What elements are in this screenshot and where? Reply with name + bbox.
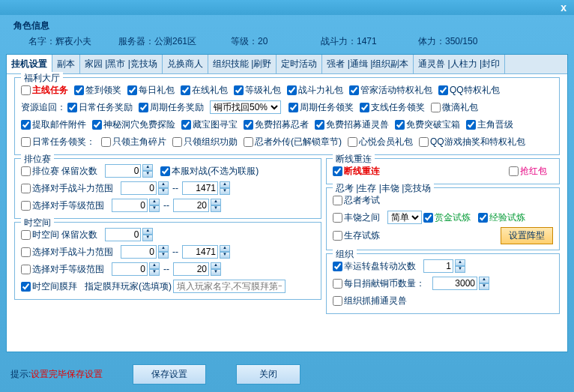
- spin-up-icon[interactable]: ▲: [149, 262, 160, 269]
- spin-up-icon[interactable]: ▲: [142, 228, 153, 235]
- cb-power-gift[interactable]: [287, 85, 297, 95]
- save-button[interactable]: 保存设置: [133, 364, 206, 385]
- cb-worship[interactable]: [21, 282, 31, 292]
- cb-sign[interactable]: [74, 85, 84, 95]
- formation-button[interactable]: 设置阵型: [501, 227, 553, 244]
- tab-beast[interactable]: 通灵兽 |人柱力 |封印: [414, 55, 505, 73]
- cb-capture[interactable]: [333, 296, 342, 306]
- cb-free-box[interactable]: [395, 120, 405, 130]
- time-level-max[interactable]: [173, 262, 209, 276]
- spin-up-icon[interactable]: ▲: [220, 245, 230, 252]
- coin-recover-select[interactable]: 铜币找回50%: [210, 100, 281, 114]
- cb-time-power[interactable]: [21, 247, 31, 257]
- spin-up-icon[interactable]: ▲: [142, 164, 153, 171]
- spin-down-icon[interactable]: ▼: [142, 235, 153, 241]
- spin-down-icon[interactable]: ▼: [149, 205, 160, 212]
- cb-daily-award[interactable]: [21, 137, 31, 147]
- cb-fengrao[interactable]: [333, 213, 342, 223]
- time-power-min[interactable]: [121, 245, 157, 259]
- lbl-daily-gift: 每日礼包: [139, 84, 175, 97]
- cb-branch-award[interactable]: [360, 103, 369, 112]
- rank-level-max[interactable]: [173, 199, 209, 212]
- cb-xinyue[interactable]: [348, 137, 357, 147]
- cb-survive[interactable]: [333, 231, 342, 241]
- cb-exp[interactable]: [478, 213, 488, 223]
- spin-up-icon[interactable]: ▲: [158, 181, 169, 188]
- cb-donate[interactable]: [333, 279, 342, 289]
- rank-level-min[interactable]: [112, 199, 148, 212]
- cb-reconnect[interactable]: [333, 166, 342, 176]
- cb-wheel[interactable]: [333, 262, 342, 271]
- lbl-bounty: 赏金试炼: [435, 211, 471, 224]
- cb-qq-gift[interactable]: [438, 85, 448, 95]
- rank-keep-input[interactable]: [105, 164, 141, 178]
- spin-up-icon[interactable]: ▲: [211, 262, 221, 269]
- cb-time-level[interactable]: [21, 265, 31, 274]
- cb-lead-frag[interactable]: [101, 137, 111, 147]
- cb-time-keep[interactable]: [21, 230, 31, 240]
- cb-local-server[interactable]: [160, 166, 170, 176]
- cb-daily-gift[interactable]: [127, 85, 137, 95]
- spin-down-icon[interactable]: ▼: [142, 171, 153, 178]
- close-button[interactable]: 关闭: [236, 364, 300, 385]
- tab-timed[interactable]: 定时活动: [277, 55, 322, 73]
- cb-gaiden[interactable]: [244, 137, 253, 147]
- wheel-input[interactable]: [423, 259, 453, 273]
- tab-home[interactable]: 家园 |黑市 |竞技场: [80, 55, 163, 73]
- tab-org-skill[interactable]: 组织技能 |刷野: [208, 55, 277, 73]
- time-power-max[interactable]: [182, 245, 218, 259]
- spin-up-icon[interactable]: ▲: [149, 199, 160, 205]
- cb-mail[interactable]: [21, 120, 31, 130]
- cb-online-gift[interactable]: [181, 85, 190, 95]
- cb-redpacket[interactable]: [509, 166, 519, 176]
- close-icon[interactable]: x: [561, 1, 567, 13]
- fengrao-select[interactable]: 简单: [387, 211, 422, 224]
- spin-up-icon[interactable]: ▲: [455, 259, 465, 266]
- cb-lead-up[interactable]: [466, 120, 476, 130]
- lbl-time-power: 选择对手战斗力范围: [32, 246, 113, 259]
- spin-down-icon[interactable]: ▼: [211, 205, 221, 212]
- cb-rank-level[interactable]: [21, 201, 31, 211]
- cb-free-ninja[interactable]: [244, 120, 253, 130]
- cb-exam[interactable]: [333, 196, 342, 205]
- cb-cave[interactable]: [92, 120, 102, 130]
- rank-power-min[interactable]: [121, 181, 157, 195]
- spin-down-icon[interactable]: ▼: [220, 188, 230, 195]
- worship-input[interactable]: [173, 280, 286, 293]
- cb-level-gift[interactable]: [234, 85, 244, 95]
- cb-daily-reward[interactable]: [67, 103, 77, 112]
- lbl-power-gift: 战斗力礼包: [298, 84, 343, 97]
- spin-down-icon[interactable]: ▼: [158, 188, 169, 195]
- spin-up-icon[interactable]: ▲: [220, 181, 230, 188]
- tab-strong[interactable]: 强者 |通缉 |组织副本: [322, 55, 414, 73]
- cb-butler-gift[interactable]: [349, 85, 359, 95]
- cb-weekly-award[interactable]: [288, 103, 298, 112]
- cb-rank-keep[interactable]: [21, 166, 31, 176]
- cb-bounty[interactable]: [423, 213, 433, 223]
- cb-qq-lottery[interactable]: [419, 137, 429, 147]
- spin-down-icon[interactable]: ▼: [158, 252, 169, 259]
- spin-up-icon[interactable]: ▲: [158, 245, 169, 252]
- cb-treasure[interactable]: [181, 120, 191, 130]
- rank-power-max[interactable]: [182, 181, 218, 195]
- cb-org-merit[interactable]: [172, 137, 182, 147]
- cb-free-beast[interactable]: [315, 120, 324, 130]
- cb-wechat-gift[interactable]: [431, 103, 441, 112]
- spin-down-icon[interactable]: ▼: [479, 283, 489, 290]
- lbl-donate: 每日捐献铜币数量：: [344, 277, 425, 290]
- tab-merchant[interactable]: 兑换商人: [163, 55, 208, 73]
- cb-rank-power[interactable]: [21, 184, 31, 193]
- spin-up-icon[interactable]: ▲: [211, 199, 221, 205]
- time-level-min[interactable]: [112, 262, 148, 276]
- spin-down-icon[interactable]: ▼: [211, 269, 221, 276]
- time-keep-input[interactable]: [105, 228, 141, 241]
- spin-down-icon[interactable]: ▼: [149, 269, 160, 276]
- spin-down-icon[interactable]: ▼: [455, 266, 465, 273]
- spin-up-icon[interactable]: ▲: [479, 277, 489, 283]
- tab-dungeon[interactable]: 副本: [52, 55, 80, 73]
- cb-weekly-reward[interactable]: [139, 103, 148, 112]
- spin-down-icon[interactable]: ▼: [220, 252, 230, 259]
- donate-input[interactable]: [432, 277, 477, 290]
- cb-main-quest[interactable]: [21, 85, 31, 95]
- tab-hangup[interactable]: 挂机设置: [7, 55, 52, 73]
